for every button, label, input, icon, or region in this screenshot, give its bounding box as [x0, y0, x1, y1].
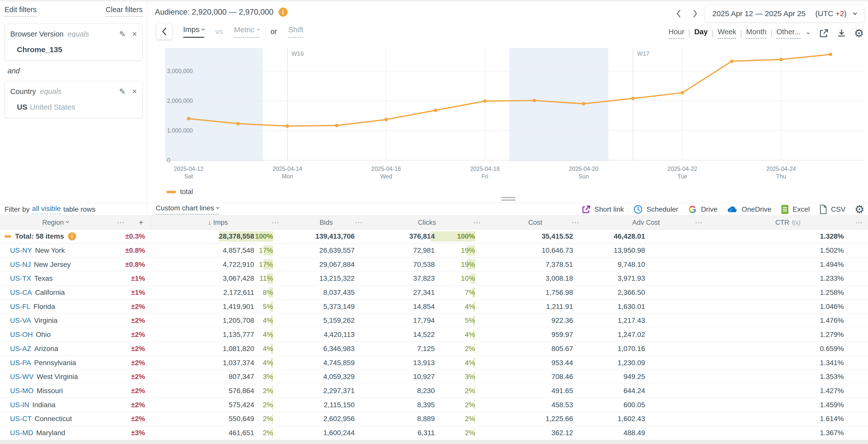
table-row[interactable]: US-TX Texas ±1% 3,067,428 11% 13,215,322… [0, 272, 868, 286]
ctr-value: 1.502% [708, 246, 868, 255]
remove-filter-icon[interactable]: × [132, 87, 137, 96]
collapse-panel-button[interactable] [156, 24, 172, 39]
column-header-clicks[interactable]: Clicks ⋯ [368, 216, 486, 229]
column-header-cost[interactable]: Cost ⋯ [486, 216, 584, 229]
clicks-value: 8,395 [417, 401, 435, 409]
info-icon[interactable]: i [279, 7, 288, 17]
granularity-month[interactable]: Month [746, 28, 767, 39]
onedrive-button[interactable]: OneDrive [726, 204, 771, 214]
region-code[interactable]: US-PA [10, 359, 31, 367]
table-row[interactable]: US-MD Maryland ±3% 461,651 2% 1,600,244 … [0, 426, 868, 440]
download-icon[interactable] [837, 28, 846, 38]
table-total-row[interactable]: Total: 58 items i ±0.3% 28,378,558 100% … [0, 230, 868, 244]
clicks-column-menu[interactable]: ⋯ [473, 221, 481, 224]
cost-column-menu[interactable]: ⋯ [571, 221, 579, 224]
table-row[interactable]: US-PA Pennsylvania ±2% 1,037,374 4% 4,74… [0, 356, 868, 370]
gear-icon[interactable]: ⚙ [854, 28, 864, 38]
date-range-picker[interactable]: 2025 Apr 12 — 2025 Apr 25 (UTC +2) [705, 5, 864, 22]
table-row[interactable]: US-VA Virginia ±2% 1,205,708 4% 5,159,26… [0, 314, 868, 328]
cost-value: 362.12 [486, 429, 584, 437]
short-link-icon [581, 205, 591, 214]
granularity-week[interactable]: Week [718, 28, 736, 39]
table-row[interactable]: US-CT Connecticut ±2% 550,649 2% 2,602,9… [0, 412, 868, 426]
drive-button[interactable]: G Drive [687, 204, 717, 214]
primary-metric-dropdown[interactable]: Imps [183, 25, 204, 38]
compare-metric-dropdown[interactable]: Metric [234, 25, 259, 38]
granularity-day[interactable]: Day [694, 28, 708, 39]
adv-cost-value: 1,217.43 [584, 317, 708, 325]
region-code[interactable]: US-CT [10, 415, 32, 423]
resize-handle[interactable] [501, 197, 515, 201]
region-code[interactable]: US-MD [10, 429, 33, 437]
region-name: Ohio [36, 331, 51, 339]
region-code[interactable]: US-TX [10, 274, 31, 283]
region-code[interactable]: US-VA [10, 317, 31, 325]
column-header-ctr[interactable]: CTRf(x) ⋯ [708, 216, 868, 229]
table-row[interactable]: US-NY New York ±0.8% 4,857,548 17% 26,63… [0, 244, 868, 258]
region-code[interactable]: US-MO [10, 387, 33, 395]
adv-cost-value: 1,630.01 [584, 303, 708, 311]
table-row[interactable]: US-WV West Virginia ±2% 807,347 3% 4,059… [0, 370, 868, 384]
bids-column-menu[interactable]: ⋯ [355, 221, 363, 224]
granularity-other[interactable]: Other... [776, 28, 800, 39]
open-in-new-icon[interactable] [819, 28, 829, 38]
total-label: Total: 58 items [15, 232, 64, 240]
time-series-chart[interactable]: W16W1701,000,0002,000,0003,000,0002025-0… [147, 43, 868, 207]
excel-button[interactable]: Excel [781, 204, 810, 214]
custom-chart-lines-dropdown[interactable]: Custom chart lines [156, 204, 219, 215]
csv-button[interactable]: CSV [819, 204, 845, 214]
filter-by-scope-link[interactable]: all visible [32, 205, 61, 214]
table-row[interactable]: US-OH Ohio ±2% 1,135,777 4% 4,420,113 14… [0, 328, 868, 342]
chevron-left-icon [676, 9, 681, 18]
prev-period-button[interactable] [672, 6, 686, 21]
chevron-down-icon [257, 27, 260, 30]
scheduler-button[interactable]: Scheduler [633, 204, 678, 214]
ctr-column-menu[interactable]: ⋯ [855, 221, 863, 224]
region-code[interactable]: US-CA [10, 289, 32, 297]
table-row[interactable]: US-MO Missouri ±2% 576,864 2% 2,297,371 … [0, 384, 868, 398]
table-row[interactable]: US-FL Florida ±2% 1,419,901 5% 5,373,149… [0, 300, 868, 314]
region-code[interactable]: US-IN [10, 401, 29, 409]
shift-toggle[interactable]: Shift [288, 25, 303, 38]
edit-filter-icon[interactable]: ✎ [119, 87, 126, 96]
table-row[interactable]: US-NJ New Jersey ±0.8% 4,722,910 17% 29,… [0, 258, 868, 272]
remove-filter-icon[interactable]: × [132, 29, 137, 39]
column-header-adv-cost[interactable]: Adv Cost ⋯ [584, 216, 708, 229]
column-header-region[interactable]: Region [0, 216, 111, 229]
bids-value: 8,037,435 [285, 289, 368, 297]
region-code[interactable]: US-WV [10, 373, 33, 381]
next-period-button[interactable] [688, 6, 702, 21]
edit-filters-button[interactable]: Edit filters [4, 5, 36, 17]
svg-text:Wed: Wed [380, 173, 392, 180]
table-row[interactable]: US-AZ Arizona ±2% 1,081,820 4% 6,346,983… [0, 342, 868, 356]
edit-filter-icon[interactable]: ✎ [119, 29, 126, 39]
info-icon[interactable]: i [68, 232, 76, 240]
filter-operator: equals [67, 30, 89, 38]
region-code[interactable]: US-NY [10, 246, 32, 255]
region-code[interactable]: US-AZ [10, 345, 31, 353]
table-header-row: Region ⋯ + ↓ Imps ⋯ Bids ⋯ Clicks ⋯ Cost… [0, 215, 868, 230]
table-row[interactable]: US-CA California ±1% 2,172,611 8% 8,037,… [0, 286, 868, 300]
region-code[interactable]: US-NJ [10, 261, 31, 269]
imps-pct: 3% [254, 373, 273, 381]
column-header-imps[interactable]: ↓ Imps ⋯ [151, 216, 285, 229]
imps-value: 550,649 [229, 415, 254, 423]
clicks-value: 13,913 [413, 359, 435, 367]
bids-value: 4,059,329 [285, 373, 368, 381]
imps-value: 2,172,611 [223, 289, 254, 297]
short-link-button[interactable]: Short link [581, 205, 624, 214]
or-label: or [271, 27, 277, 36]
region-column-menu[interactable]: ⋯ [117, 221, 125, 224]
imps-column-menu[interactable]: ⋯ [272, 221, 280, 224]
adv-cost-column-menu[interactable]: ⋯ [695, 221, 703, 224]
table-settings-gear[interactable]: ⚙ [855, 203, 865, 216]
granularity-hour[interactable]: Hour [669, 28, 684, 39]
table-row[interactable]: US-IN Indiana ±2% 575,424 2% 2,115,150 8… [0, 398, 868, 412]
region-code[interactable]: US-OH [10, 331, 33, 339]
clear-filters-button[interactable]: Clear filters [105, 5, 143, 17]
column-header-bids[interactable]: Bids ⋯ [285, 216, 368, 229]
region-code[interactable]: US-FL [10, 303, 30, 311]
clicks-pct: 3% [435, 373, 475, 381]
svg-text:Fri: Fri [482, 173, 488, 180]
add-column-button[interactable]: + [138, 218, 143, 227]
